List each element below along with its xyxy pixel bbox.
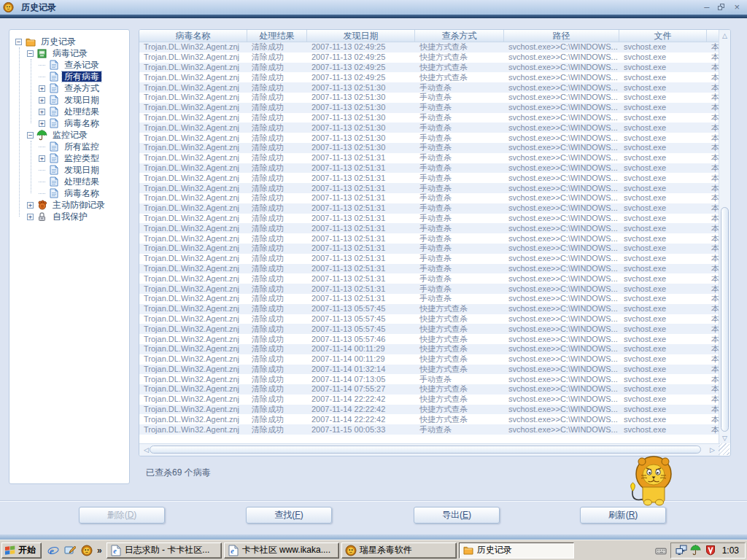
tree-item-处理结果[interactable]: +处理结果 <box>9 106 129 117</box>
tree-item-label[interactable]: 所有病毒 <box>62 71 101 82</box>
tree-item-发现日期[interactable]: 发现日期 <box>9 164 129 176</box>
table-row[interactable]: Trojan.DL.Win32.Agent.znj清除成功2007-11-13 … <box>139 52 720 63</box>
tree-item-label[interactable]: 查杀记录 <box>62 60 101 70</box>
tree-item-病毒名称[interactable]: +病毒名称 <box>9 117 129 129</box>
table-row[interactable]: Trojan.DL.Win32.Agent.znj清除成功2007-11-13 … <box>139 143 720 153</box>
chevron-expand-icon[interactable]: » <box>97 545 102 556</box>
table-row[interactable]: Trojan.DL.Win32.Agent.znj清除成功2007-11-13 … <box>139 133 720 143</box>
tree-item-label[interactable]: 监控记录 <box>50 130 90 140</box>
tree-item-查杀方式[interactable]: +查杀方式 <box>9 82 129 94</box>
vertical-scrollbar-thumb[interactable] <box>721 207 729 432</box>
tree-item-label[interactable]: 发现日期 <box>62 95 101 105</box>
refresh-button[interactable]: 刷新(R) <box>580 507 666 524</box>
table-row[interactable]: Trojan.DL.Win32.Agent.znj清除成功2007-11-13 … <box>139 72 720 82</box>
table-row[interactable]: Trojan.DL.Win32.Agent.znj清除成功2007-11-13 … <box>139 203 720 214</box>
tree-item-病毒名称[interactable]: 病毒名称 <box>9 187 129 199</box>
restore-button[interactable] <box>718 4 725 11</box>
table-row[interactable]: Trojan.DL.Win32.Agent.znj清除成功2007-11-14 … <box>139 394 720 405</box>
table-row[interactable]: Trojan.DL.Win32.Agent.znj清除成功2007-11-13 … <box>139 254 720 264</box>
table-row[interactable]: Trojan.DL.Win32.Agent.znj清除成功2007-11-13 … <box>139 334 720 344</box>
table-row[interactable]: Trojan.DL.Win32.Agent.znj清除成功2007-11-13 … <box>139 264 720 274</box>
shield-v-icon[interactable] <box>705 545 716 556</box>
table-row[interactable]: Trojan.DL.Win32.Agent.znj清除成功2007-11-14 … <box>139 365 720 375</box>
table-row[interactable]: Trojan.DL.Win32.Agent.znj清除成功2007-11-13 … <box>139 122 720 133</box>
rising-lion-icon[interactable] <box>81 545 93 556</box>
table-row[interactable]: Trojan.DL.Win32.Agent.znj清除成功2007-11-13 … <box>139 273 720 284</box>
collapse-minus-icon[interactable]: − <box>15 39 22 45</box>
keyboard-icon[interactable] <box>655 545 667 556</box>
task-button-卡卡社区 www.ikaka....[interactable]: e卡卡社区 www.ikaka.... <box>224 542 339 559</box>
table-row[interactable]: Trojan.DL.Win32.Agent.znj清除成功2007-11-13 … <box>139 93 720 103</box>
tree-item-label[interactable]: 查杀方式 <box>62 83 101 93</box>
tree-item-label[interactable]: 病毒记录 <box>50 48 90 58</box>
table-row[interactable]: Trojan.DL.Win32.Agent.znj清除成功2007-11-13 … <box>139 82 720 93</box>
table-row[interactable]: Trojan.DL.Win32.Agent.znj清除成功2007-11-14 … <box>139 405 720 415</box>
umbrella-icon[interactable] <box>690 545 702 556</box>
tree-item-所有监控[interactable]: 所有监控 <box>9 141 129 152</box>
tree-item-监控记录[interactable]: −监控记录 <box>9 129 129 141</box>
column-header-path[interactable]: 路径 <box>504 30 619 42</box>
table-row[interactable]: Trojan.DL.Win32.Agent.znj清除成功2007-11-13 … <box>139 223 720 233</box>
table-row[interactable]: Trojan.DL.Win32.Agent.znj清除成功2007-11-13 … <box>139 63 720 73</box>
delete-button[interactable]: 删除(D) <box>79 507 165 524</box>
find-button[interactable]: 查找(F) <box>246 507 332 524</box>
table-row[interactable]: Trojan.DL.Win32.Agent.znj清除成功2007-11-14 … <box>139 374 720 384</box>
table-row[interactable]: Trojan.DL.Win32.Agent.znj清除成功2007-11-13 … <box>139 314 720 324</box>
table-row[interactable]: Trojan.DL.Win32.Agent.znj清除成功2007-11-13 … <box>139 153 720 163</box>
minimize-button[interactable]: – <box>704 1 709 14</box>
tree-item-查杀记录[interactable]: 查杀记录 <box>9 59 129 71</box>
table-row[interactable]: Trojan.DL.Win32.Agent.znj清除成功2007-11-15 … <box>139 424 720 435</box>
expand-plus-icon[interactable]: + <box>39 97 45 104</box>
table-row[interactable]: Trojan.DL.Win32.Agent.znj清除成功2007-11-13 … <box>139 193 720 203</box>
column-header-file[interactable]: 文件 <box>619 30 707 42</box>
collapse-minus-icon[interactable]: − <box>27 132 34 139</box>
scroll-up-arrow-icon[interactable]: △ <box>719 32 730 39</box>
export-button[interactable]: 导出(E) <box>414 507 500 524</box>
table-row[interactable]: Trojan.DL.Win32.Agent.znj清除成功2007-11-13 … <box>139 103 720 113</box>
tree-item-所有病毒[interactable]: 所有病毒 <box>9 71 129 82</box>
table-row[interactable]: Trojan.DL.Win32.Agent.znj清除成功2007-11-13 … <box>139 214 720 224</box>
table-row[interactable]: Trojan.DL.Win32.Agent.znj清除成功2007-11-14 … <box>139 414 720 424</box>
table-row[interactable]: Trojan.DL.Win32.Agent.znj清除成功2007-11-13 … <box>139 244 720 254</box>
table-row[interactable]: Trojan.DL.Win32.Agent.znj清除成功2007-11-13 … <box>139 113 720 123</box>
tree-item-label[interactable]: 所有监控 <box>62 141 101 152</box>
expand-plus-icon[interactable]: + <box>39 155 45 162</box>
table-row[interactable]: Trojan.DL.Win32.Agent.znj清除成功2007-11-13 … <box>139 42 720 52</box>
horizontal-scrollbar-thumb[interactable] <box>150 446 701 454</box>
table-row[interactable]: Trojan.DL.Win32.Agent.znj清除成功2007-11-13 … <box>139 163 720 174</box>
tree-item-label[interactable]: 处理结果 <box>62 106 101 117</box>
scroll-down-arrow-icon[interactable]: ▽ <box>719 435 730 442</box>
column-header-method[interactable]: 查杀方式 <box>415 30 504 42</box>
start-button[interactable]: 开始 <box>1 542 42 559</box>
ie-icon[interactable]: e <box>47 545 59 556</box>
tree-item-处理结果[interactable]: 处理结果 <box>9 176 129 187</box>
tree-item-label[interactable]: 发现日期 <box>62 165 101 175</box>
task-button-瑞星杀毒软件[interactable]: 瑞星杀毒软件 <box>341 542 457 559</box>
expand-plus-icon[interactable]: + <box>39 120 45 127</box>
tree-item-label[interactable]: 病毒名称 <box>62 188 101 198</box>
expand-plus-icon[interactable]: + <box>39 85 45 92</box>
expand-plus-icon[interactable]: + <box>27 202 34 209</box>
table-row[interactable]: Trojan.DL.Win32.Agent.znj清除成功2007-11-13 … <box>139 304 720 314</box>
column-header-result[interactable]: 处理结果 <box>247 30 307 42</box>
tree-item-发现日期[interactable]: +发现日期 <box>9 94 129 106</box>
tree-item-监控类型[interactable]: +监控类型 <box>9 152 129 164</box>
table-row[interactable]: Trojan.DL.Win32.Agent.znj清除成功2007-11-13 … <box>139 233 720 244</box>
tree-item-label[interactable]: 病毒名称 <box>62 118 101 128</box>
column-header-name[interactable]: 病毒名称 <box>139 30 247 42</box>
vertical-scrollbar[interactable]: △ ▽ <box>719 30 730 443</box>
tree-item-主动防御记录[interactable]: +主动防御记录 <box>9 199 129 211</box>
table-row[interactable]: Trojan.DL.Win32.Agent.znj清除成功2007-11-13 … <box>139 294 720 304</box>
table-row[interactable]: Trojan.DL.Win32.Agent.znj清除成功2007-11-14 … <box>139 384 720 394</box>
tree-item-病毒记录[interactable]: −病毒记录 <box>9 47 129 59</box>
column-header-date[interactable]: 发现日期 <box>307 30 415 42</box>
table-row[interactable]: Trojan.DL.Win32.Agent.znj清除成功2007-11-14 … <box>139 354 720 365</box>
expand-plus-icon[interactable]: + <box>39 109 45 115</box>
show-desktop-icon[interactable] <box>64 545 76 556</box>
tree-item-历史记录[interactable]: −历史记录 <box>9 36 129 47</box>
task-button-日志求助 - 卡卡社区...[interactable]: e日志求助 - 卡卡社区... <box>107 542 222 559</box>
tree-item-label[interactable]: 自我保护 <box>50 211 90 222</box>
tree-item-label[interactable]: 历史记录 <box>39 36 78 47</box>
table-row[interactable]: Trojan.DL.Win32.Agent.znj清除成功2007-11-13 … <box>139 324 720 334</box>
resize-grip[interactable] <box>719 443 729 455</box>
